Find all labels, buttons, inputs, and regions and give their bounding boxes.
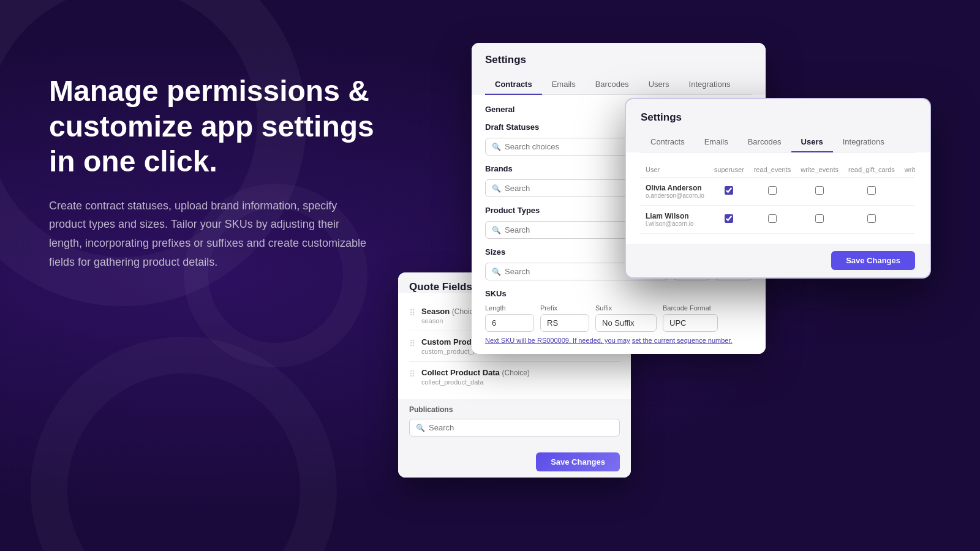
users-table-header-row: User superuser read_events write_events … bbox=[641, 162, 915, 178]
prefix-label: Prefix bbox=[540, 304, 589, 312]
user-cell-1: Olivia Anderson o.anderson@acorn.io bbox=[641, 178, 709, 206]
tab-integrations-contracts[interactable]: Integrations bbox=[679, 75, 741, 95]
read-events-check-2[interactable] bbox=[749, 206, 796, 234]
settings-tabs-users: Contracts Emails Barcodes Users Integrat… bbox=[641, 132, 915, 152]
hero-section: Manage permissions & customize app setti… bbox=[49, 37, 392, 271]
write-events-checkbox-2[interactable] bbox=[815, 214, 824, 223]
publications-section: Publications 🔍 bbox=[398, 399, 631, 446]
settings-header-contracts: Settings Contracts Emails Barcodes Users… bbox=[472, 43, 766, 95]
tab-contracts-users[interactable]: Contracts bbox=[641, 132, 695, 152]
field-info-3: Collect Product Data (Choice) collect_pr… bbox=[421, 368, 530, 386]
product-types-search-icon: 🔍 bbox=[492, 226, 501, 234]
publications-input[interactable] bbox=[429, 423, 613, 432]
settings-card-users: Settings Contracts Emails Barcodes Users… bbox=[625, 98, 931, 279]
tab-users-users[interactable]: Users bbox=[791, 132, 833, 152]
field-name-3: Collect Product Data (Choice) bbox=[421, 368, 530, 377]
sku-row: Length Prefix Suffix Barcode Format bbox=[485, 304, 752, 332]
save-changes-button[interactable]: Save Changes bbox=[831, 251, 915, 270]
save-btn-container: Save Changes bbox=[626, 244, 930, 277]
sku-length-field: Length bbox=[485, 304, 534, 332]
length-label: Length bbox=[485, 304, 534, 312]
field-type-3: (Choice) bbox=[502, 369, 529, 377]
read-events-checkbox-2[interactable] bbox=[768, 214, 777, 223]
read-gift-cards-checkbox-1[interactable] bbox=[867, 186, 876, 195]
length-input[interactable] bbox=[485, 314, 534, 332]
drag-handle-icon-3[interactable]: ⠿ bbox=[409, 368, 415, 379]
tab-users-contracts[interactable]: Users bbox=[639, 75, 679, 95]
read-events-check-1[interactable] bbox=[749, 178, 796, 206]
hero-description: Create contract statuses, upload brand i… bbox=[49, 197, 368, 271]
write-events-check-2[interactable] bbox=[796, 206, 843, 234]
tab-integrations-users[interactable]: Integrations bbox=[833, 132, 894, 152]
users-table-container: User superuser read_events write_events … bbox=[626, 152, 930, 244]
sku-note-link[interactable]: set the current sequence number. bbox=[632, 337, 733, 344]
publications-search[interactable]: 🔍 bbox=[409, 419, 620, 437]
user-name-1: Olivia Anderson bbox=[646, 184, 704, 192]
user-email-2: l.wilson@acorn.io bbox=[646, 220, 704, 227]
tab-barcodes-contracts[interactable]: Barcodes bbox=[586, 75, 639, 95]
write-gift-cards-check-1[interactable] bbox=[900, 178, 915, 206]
list-item: ⠿ Collect Product Data (Choice) collect_… bbox=[409, 362, 620, 392]
tab-barcodes-users[interactable]: Barcodes bbox=[738, 132, 791, 152]
user-name-2: Liam Wilson bbox=[646, 212, 704, 220]
col-read-events: read_events bbox=[749, 162, 796, 178]
read-gift-cards-check-2[interactable] bbox=[843, 206, 900, 234]
table-row: Liam Wilson l.wilson@acorn.io bbox=[641, 206, 915, 234]
barcode-format-label: Barcode Format bbox=[663, 304, 718, 312]
screenshots-section: Settings Contracts Emails Barcodes Users… bbox=[417, 37, 931, 514]
superuser-checkbox-1[interactable] bbox=[725, 186, 733, 195]
settings-title-users: Settings bbox=[641, 111, 915, 124]
quote-save-button[interactable]: Save Changes bbox=[536, 452, 620, 471]
sku-note: Next SKU will be RS000009. If needed, yo… bbox=[485, 337, 752, 344]
hero-title: Manage permissions & customize app setti… bbox=[49, 73, 392, 179]
prefix-input[interactable] bbox=[540, 314, 589, 332]
write-gift-cards-check-2[interactable] bbox=[900, 206, 915, 234]
settings-title-contracts: Settings bbox=[485, 54, 752, 66]
col-write-gift-cards: write_gift_cards bbox=[900, 162, 915, 178]
drag-handle-icon[interactable]: ⠿ bbox=[409, 307, 415, 318]
read-events-checkbox-1[interactable] bbox=[768, 186, 777, 195]
read-gift-cards-check-1[interactable] bbox=[843, 178, 900, 206]
superuser-check-1[interactable] bbox=[709, 178, 749, 206]
sku-barcode-field: Barcode Format UPC EAN Code128 bbox=[663, 304, 718, 332]
tab-emails-contracts[interactable]: Emails bbox=[542, 75, 586, 95]
users-table: User superuser read_events write_events … bbox=[641, 162, 915, 234]
settings-tabs-contracts: Contracts Emails Barcodes Users Integrat… bbox=[485, 75, 752, 95]
draft-statuses-search-icon: 🔍 bbox=[492, 143, 501, 151]
col-superuser: superuser bbox=[709, 162, 749, 178]
sizes-search-icon: 🔍 bbox=[492, 268, 501, 276]
user-email-1: o.anderson@acorn.io bbox=[646, 192, 704, 199]
col-user: User bbox=[641, 162, 709, 178]
col-write-events: write_events bbox=[796, 162, 843, 178]
suffix-label: Suffix bbox=[595, 304, 657, 312]
field-slug-3: collect_product_data bbox=[421, 378, 530, 386]
write-events-checkbox-1[interactable] bbox=[815, 186, 824, 195]
tab-contracts[interactable]: Contracts bbox=[485, 75, 542, 95]
publications-search-icon: 🔍 bbox=[416, 424, 425, 432]
barcode-format-select[interactable]: UPC EAN Code128 bbox=[663, 314, 718, 332]
brands-search-icon: 🔍 bbox=[492, 184, 501, 193]
superuser-checkbox-2[interactable] bbox=[725, 214, 733, 223]
write-events-check-1[interactable] bbox=[796, 178, 843, 206]
publications-label: Publications bbox=[409, 405, 620, 414]
skus-label: SKUs bbox=[485, 289, 752, 298]
superuser-check-2[interactable] bbox=[709, 206, 749, 234]
user-cell-2: Liam Wilson l.wilson@acorn.io bbox=[641, 206, 709, 234]
settings-header-users: Settings Contracts Emails Barcodes Users… bbox=[626, 99, 930, 152]
quote-fields-title: Quote Fields bbox=[409, 281, 472, 293]
users-table-scroll[interactable]: User superuser read_events write_events … bbox=[641, 162, 915, 234]
drag-handle-icon-2[interactable]: ⠿ bbox=[409, 337, 415, 348]
read-gift-cards-checkbox-2[interactable] bbox=[867, 214, 876, 223]
col-read-gift-cards: read_gift_cards bbox=[843, 162, 900, 178]
quote-save-container: Save Changes bbox=[398, 446, 631, 478]
suffix-input[interactable] bbox=[595, 314, 657, 332]
main-content: Manage permissions & customize app setti… bbox=[0, 0, 980, 551]
tab-emails-users[interactable]: Emails bbox=[695, 132, 738, 152]
sku-prefix-field: Prefix bbox=[540, 304, 589, 332]
table-row: Olivia Anderson o.anderson@acorn.io bbox=[641, 178, 915, 206]
sku-suffix-field: Suffix bbox=[595, 304, 657, 332]
